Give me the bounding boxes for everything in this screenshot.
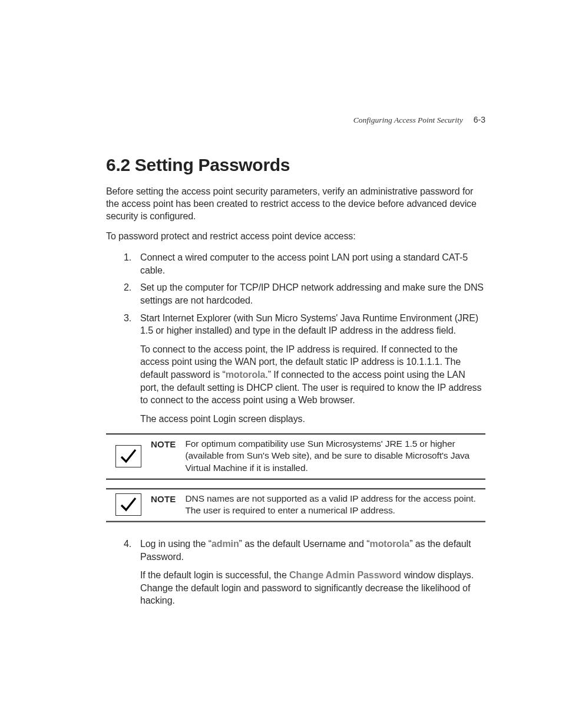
- checkmark-icon: [115, 445, 141, 467]
- main-content: 6.2 Setting Passwords Before setting the…: [106, 155, 485, 607]
- step-3-text-c: The access point Login screen displays.: [140, 413, 485, 426]
- step-4: Log in using the “admin” as the default …: [124, 538, 485, 607]
- default-username-bold: admin: [211, 539, 239, 549]
- step-1-text: Connect a wired computer to the access p…: [140, 252, 468, 275]
- steps-list: Connect a wired computer to the access p…: [124, 251, 485, 425]
- step-4-text-a: Log in using the “admin” as the default …: [140, 539, 471, 562]
- step-4a-pre: Log in using the “: [140, 539, 211, 549]
- running-header: Configuring Access Point Security 6-3: [353, 115, 485, 125]
- note-block-2: NOTE DNS names are not supported as a va…: [106, 488, 485, 522]
- document-page: Configuring Access Point Security 6-3 6.…: [0, 0, 562, 728]
- change-admin-password-bold: Change Admin Password: [289, 570, 401, 580]
- step-1: Connect a wired computer to the access p…: [124, 251, 485, 276]
- section-title: Setting Passwords: [135, 155, 290, 174]
- section-number: 6.2: [106, 155, 130, 174]
- note-label-2: NOTE: [151, 494, 176, 504]
- intro-paragraph-2: To password protect and restrict access …: [106, 230, 485, 243]
- step-3-text-a: Start Internet Explorer (with Sun Micro …: [140, 313, 478, 336]
- step-4-text-b: If the default login is successful, the …: [140, 569, 485, 607]
- default-password-bold: motorola: [226, 370, 266, 380]
- step-4b-pre: If the default login is successful, the: [140, 570, 289, 580]
- step-4a-mid: ” as the default Username and “: [239, 539, 370, 549]
- step-2-text: Set up the computer for TCP/IP DHCP netw…: [140, 282, 484, 305]
- note-text-1: For optimum compatibility use Sun Micros…: [185, 438, 485, 473]
- checkmark-icon: [115, 493, 141, 516]
- header-title: Configuring Access Point Security: [353, 116, 463, 124]
- step-3-text-b: To connect to the access point, the IP a…: [140, 343, 485, 407]
- note-block-1: NOTE For optimum compatibility use Sun M…: [106, 433, 485, 479]
- step-3: Start Internet Explorer (with Sun Micro …: [124, 312, 485, 426]
- default-password-bold-2: motorola: [370, 539, 410, 549]
- note-text-2: DNS names are not supported as a valid I…: [185, 493, 485, 516]
- section-heading: 6.2 Setting Passwords: [106, 155, 485, 175]
- note-label-1: NOTE: [151, 439, 176, 449]
- step-2: Set up the computer for TCP/IP DHCP netw…: [124, 281, 485, 307]
- intro-paragraph-1: Before setting the access point security…: [106, 186, 485, 222]
- steps-list-continued: Log in using the “admin” as the default …: [124, 538, 485, 607]
- header-page-number: 6-3: [474, 115, 485, 124]
